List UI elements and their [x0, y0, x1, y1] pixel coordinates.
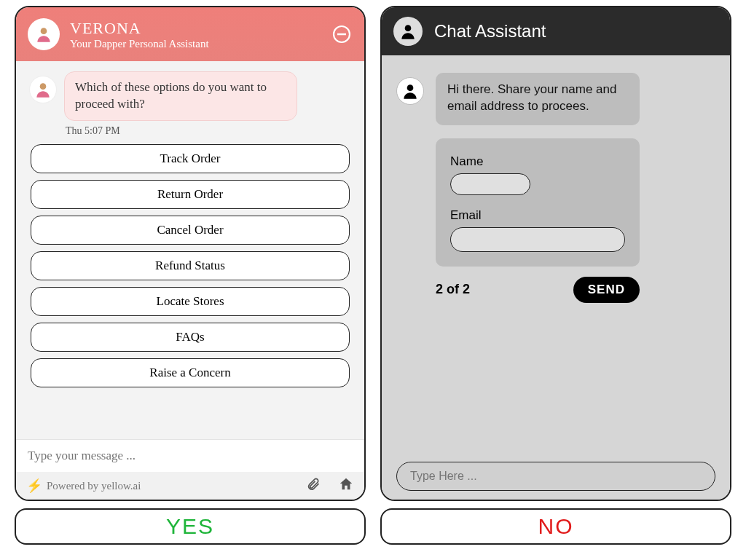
email-input[interactable]: [450, 227, 625, 252]
minimize-button[interactable]: [331, 23, 353, 45]
person-icon: [401, 82, 420, 100]
assistant-name: VERONA: [70, 19, 209, 38]
message-avatar: [396, 77, 424, 105]
chat-body: Hi there. Share your name and email addr…: [382, 55, 730, 500]
option-refund-status[interactable]: Refund Status: [31, 251, 350, 280]
message-input[interactable]: [28, 449, 353, 463]
message-input-area: [396, 462, 715, 491]
message-input[interactable]: [396, 462, 715, 491]
send-button[interactable]: SEND: [573, 277, 640, 303]
person-icon: [34, 80, 52, 99]
svg-point-4: [405, 25, 412, 31]
assistant-subtitle: Your Dapper Personal Assistant: [70, 38, 209, 50]
assistant-avatar: [393, 17, 423, 46]
message-input-area: [16, 439, 364, 472]
lead-form: Name Email: [436, 138, 640, 267]
name-input[interactable]: [450, 173, 530, 195]
name-label: Name: [450, 154, 625, 169]
chat-header: VERONA Your Dapper Personal Assistant: [16, 7, 364, 61]
person-icon: [34, 25, 53, 44]
powered-by-text: Powered by yellow.ai: [47, 480, 141, 492]
message-row: Which of these options do you want to pr…: [29, 71, 351, 121]
quick-reply-list: Track Order Return Order Cancel Order Re…: [29, 144, 351, 387]
message-avatar: [29, 76, 57, 103]
option-raise-concern[interactable]: Raise a Concern: [31, 358, 350, 387]
option-locate-stores[interactable]: Locate Stores: [31, 287, 350, 316]
message-timestamp: Thu 5:07 PM: [66, 125, 351, 137]
assistant-message-bubble: Hi there. Share your name and email addr…: [436, 73, 640, 125]
assistant-avatar: [28, 18, 60, 50]
bolt-icon: ⚡: [26, 478, 42, 494]
attachment-icon[interactable]: [306, 477, 321, 495]
option-cancel-order[interactable]: Cancel Order: [31, 216, 350, 245]
assistant-title: Chat Assistant: [434, 21, 546, 42]
svg-point-3: [40, 83, 47, 90]
email-label: Email: [450, 208, 625, 223]
option-return-order[interactable]: Return Order: [31, 180, 350, 209]
option-track-order[interactable]: Track Order: [31, 144, 350, 173]
message-row: Hi there. Share your name and email addr…: [396, 73, 715, 125]
form-footer: 2 of 2 SEND: [436, 277, 640, 303]
option-faqs[interactable]: FAQs: [31, 323, 350, 352]
header-title-block: VERONA Your Dapper Personal Assistant: [70, 19, 209, 50]
person-icon: [398, 22, 417, 41]
chat-header: Chat Assistant: [382, 7, 730, 55]
chat-body: Which of these options do you want to pr…: [16, 61, 364, 439]
verona-chat-panel: VERONA Your Dapper Personal Assistant Wh…: [15, 6, 366, 501]
generic-chat-panel: Chat Assistant Hi there. Share your name…: [380, 6, 731, 501]
no-label: NO: [380, 508, 731, 545]
chat-footer: ⚡ Powered by yellow.ai: [16, 472, 364, 500]
svg-point-0: [41, 28, 47, 34]
home-icon[interactable]: [338, 476, 354, 495]
yes-label: YES: [15, 508, 366, 545]
svg-point-5: [407, 84, 414, 91]
step-counter: 2 of 2: [436, 282, 470, 297]
minimize-icon: [332, 25, 351, 44]
assistant-message-bubble: Which of these options do you want to pr…: [64, 71, 297, 121]
